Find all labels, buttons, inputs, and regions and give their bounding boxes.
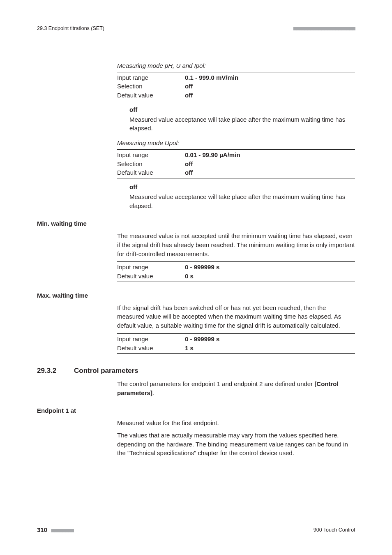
- endpoint1-p1: Measured value for the first endpoint.: [117, 419, 355, 428]
- max-waiting-desc: If the signal drift has been switched of…: [117, 303, 355, 330]
- term-off-label: off: [129, 105, 355, 114]
- rule: [117, 353, 355, 354]
- term-off-label: off: [129, 183, 355, 192]
- term-off-desc: Measured value acceptance will take plac…: [129, 192, 355, 210]
- rule: [117, 101, 355, 101]
- input-range-value: 0.01 - 99.90 µA/min: [185, 150, 240, 160]
- default-label: Default value: [117, 344, 185, 353]
- intro-text-c: .: [152, 389, 154, 396]
- default-label: Default value: [117, 272, 185, 281]
- min-waiting-desc: The measured value is not accepted until…: [117, 231, 355, 258]
- default-value: 0 s: [185, 272, 194, 281]
- rule: [117, 149, 355, 150]
- rule: [117, 178, 355, 178]
- input-range-value: 0 - 999999 s: [185, 263, 219, 272]
- input-range-value: 0.1 - 999.0 mV/min: [185, 73, 238, 82]
- selection-value: off: [185, 82, 193, 91]
- default-value: off: [185, 91, 193, 100]
- rule: [117, 333, 355, 334]
- input-range-label: Input range: [117, 335, 185, 344]
- default-value: 1 s: [185, 344, 194, 353]
- measuring-mode-upol: Measuring mode Upol:: [117, 139, 355, 148]
- section-number: 29.3.2: [37, 366, 74, 376]
- measuring-mode-phuipol: Measuring mode pH, U and Ipol:: [117, 61, 355, 70]
- input-range-label: Input range: [117, 73, 185, 82]
- section-ref: 29.3 Endpoint titrations (SET): [37, 25, 104, 32]
- term-off-desc: Measured value acceptance will take plac…: [129, 115, 355, 133]
- endpoint1-heading: Endpoint 1 at: [37, 406, 355, 415]
- selection-label: Selection: [117, 82, 185, 91]
- default-value: off: [185, 168, 193, 177]
- min-waiting-time-heading: Min. waiting time: [37, 219, 355, 228]
- selection-label: Selection: [117, 160, 185, 169]
- rule: [117, 72, 355, 72]
- input-range-label: Input range: [117, 150, 185, 160]
- input-range-value: 0 - 999999 s: [185, 335, 219, 344]
- input-range-label: Input range: [117, 263, 185, 272]
- page-number: 310: [37, 526, 47, 533]
- default-label: Default value: [117, 168, 185, 177]
- section-intro: The control parameters for endpoint 1 an…: [117, 379, 355, 398]
- selection-value: off: [185, 160, 193, 169]
- rule: [117, 282, 355, 282]
- default-label: Default value: [117, 91, 185, 100]
- rule: [117, 261, 355, 262]
- max-waiting-time-heading: Max. waiting time: [37, 291, 355, 300]
- product-name: 900 Touch Control: [314, 526, 355, 534]
- section-title: Control parameters: [74, 366, 138, 376]
- header-dashes: ■■■■■■■■■■■■■■■■■■■■■■: [293, 25, 355, 32]
- footer-dashes: ■■■■■■■■: [51, 527, 74, 533]
- endpoint1-p2: The values that are actually measurable …: [117, 431, 355, 458]
- intro-text-a: The control parameters for endpoint 1 an…: [117, 380, 314, 387]
